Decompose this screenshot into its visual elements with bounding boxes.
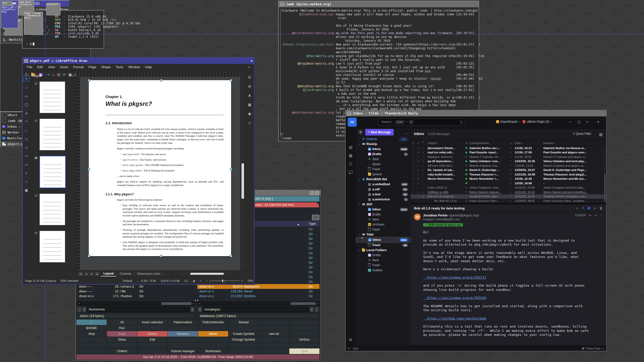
mail-space-icon[interactable]: ✉ xyxy=(348,118,357,127)
settings-gear-icon[interactable]: ⚙ xyxy=(348,338,353,343)
worker-button-empty[interactable] xyxy=(259,325,289,331)
muted-column-icon[interactable]: ◁ xyxy=(510,142,515,145)
worker-button-empty[interactable] xyxy=(198,337,228,342)
folder-row-inbox[interactable]: ✦Inbox2804 xyxy=(356,237,411,243)
worker-button-empty[interactable] xyxy=(137,343,168,348)
selection-handle[interactable] xyxy=(160,79,162,81)
pdf-page[interactable]: Chapter 1.What is pkgsrc?1.1. Introducti… xyxy=(89,80,231,256)
worker-button-empty[interactable] xyxy=(259,348,289,354)
folder-row-sent[interactable]: ✈Sent xyxy=(356,258,411,263)
message-link[interactable]: https://asciinema.org/a/763171 xyxy=(423,276,599,280)
line-tool-icon[interactable]: ∕ xyxy=(23,85,29,90)
worker-button-empty[interactable] xyxy=(76,343,107,348)
dkim-signed-badge[interactable]: ✓DKIM signed by pkgsrc.org xyxy=(423,223,463,227)
worker-button-empty[interactable] xyxy=(137,325,168,331)
iamb-titlebar[interactable]: iamb (@vins:netbsd.org) xyxy=(279,1,479,7)
rectangle-tool-icon[interactable]: ▭ xyxy=(23,94,29,99)
selection-handle[interactable] xyxy=(230,255,232,257)
shapes-icon[interactable]: ◇ xyxy=(248,121,251,125)
folder-row-inbox[interactable]: Inbox1028 xyxy=(356,147,411,152)
maximize-button[interactable] xyxy=(315,191,319,195)
calendar-icon[interactable]: ▦ xyxy=(348,153,353,158)
message-row[interactable]: ⊦☆∨Bob v0.1.0 ready for...Jonathan Perki… xyxy=(411,194,606,199)
message-row[interactable]: ⊦☆›diff from 2025-06-2...Makoto Fujiwara… xyxy=(411,163,606,168)
worker-button-reload[interactable]: Reload xyxy=(228,320,259,325)
page-thumbnail[interactable]: 14 xyxy=(33,231,76,262)
selection-handle[interactable] xyxy=(88,168,90,170)
zoom-level[interactable]: 75% xyxy=(247,279,253,282)
folder-row-sent[interactable]: ✈Sent xyxy=(356,217,411,222)
worker-button-change-symlink[interactable]: Change Symlink xyxy=(228,337,259,342)
page-thumbnail[interactable]: 13 xyxy=(33,194,76,225)
symbol-shapes-icon[interactable]: ☺ xyxy=(23,145,29,150)
message-row[interactable]: ⊦☆›ruby build instabil...Thomas Klausner… xyxy=(411,172,606,177)
attachment-column-icon[interactable]: ⊂ xyxy=(421,140,428,146)
folder-row-drafts[interactable]: Drafts xyxy=(356,212,411,217)
tab-controls[interactable]: Controls xyxy=(117,271,134,276)
restore-icon[interactable]: ▢ xyxy=(578,120,581,124)
address-book-icon[interactable]: ▥ xyxy=(348,145,353,150)
message-link[interactable]: https://github.com/jperkin/bob xyxy=(423,316,599,321)
iamb-command-line[interactable]: :rooms xyxy=(281,137,292,140)
menu-view[interactable]: View xyxy=(46,65,57,69)
quick-filter-button[interactable]: ▽ Quick Filter xyxy=(573,132,591,135)
menu-edit[interactable]: Edit xyxy=(35,65,45,69)
global-search-input[interactable]: Search... CTRL + K xyxy=(379,118,465,125)
thread-column-icon[interactable]: ⊦ xyxy=(413,142,417,145)
folder-row-inbox[interactable]: Inbox3179 xyxy=(356,207,411,212)
thread-expand-icon[interactable]: › xyxy=(421,191,428,193)
page-thumbnail[interactable]: 11 xyxy=(33,119,76,150)
folder-row-a-unitedbsd[interactable]: ▤a.unitedbsd679 xyxy=(356,182,411,187)
worker-button-empty[interactable] xyxy=(168,343,198,348)
page-thumbnail-image[interactable] xyxy=(39,231,65,262)
draw-canvas[interactable]: Chapter 1.What is pkgsrc?1.1. Introducti… xyxy=(80,77,240,270)
scrollbar-thumb[interactable] xyxy=(190,273,224,275)
folder-row-spam[interactable]: ♨Spam xyxy=(356,162,411,167)
block-arrows-icon[interactable]: ⇨ xyxy=(23,153,29,158)
page-thumbnail[interactable]: 10 xyxy=(33,81,76,113)
collapse-header-icon[interactable]: ∧ xyxy=(594,206,596,210)
left-path-input[interactable]: /home/vms xyxy=(87,307,190,312)
worker-button-empty[interactable] xyxy=(198,325,228,331)
subject-column-header[interactable]: Subject xyxy=(428,142,465,145)
history-forward-button[interactable]: > xyxy=(190,307,195,312)
worker-button-empty[interactable] xyxy=(107,343,137,348)
message-row[interactable]: ⊦☆›mp4 (or m4a) edit...Paul Goyette <pau… xyxy=(411,150,606,155)
canvas-vscrollbar[interactable] xyxy=(241,77,245,270)
vertical-ruler[interactable] xyxy=(76,77,80,270)
left-pane-hscrollbar[interactable]: ◂ ▸ xyxy=(77,302,195,305)
thread-expand-icon[interactable]: › xyxy=(421,186,428,189)
scroll-right-icon[interactable]: ▸ xyxy=(192,302,195,305)
message-row[interactable]: ⊦☆›Re: Update of wip...David H. Gutterid… xyxy=(411,168,606,172)
message-row[interactable]: ⊦☆›[developer] Tehuti...Gabriele Bulfon … xyxy=(411,146,606,150)
worker-button-empty[interactable] xyxy=(137,348,168,354)
next-page-button[interactable]: ▸ xyxy=(90,272,94,276)
stars-icon[interactable]: ☆ xyxy=(23,179,29,184)
worker-button-delete[interactable]: Delete xyxy=(137,331,168,337)
worker-button-path2otherside[interactable]: Path2otherside xyxy=(198,320,228,325)
worker-button-empty[interactable] xyxy=(289,320,319,325)
new-message-button[interactable]: + New Message xyxy=(365,129,394,135)
file-row[interactable]: drwxr-xr-x212,992/distfilesDir xyxy=(197,294,319,298)
message-list-columns[interactable]: ⊦ ☆ ⊂ Subject ↩ Correspondents ◁ Date ▾ … xyxy=(411,140,606,146)
scroll-left-icon[interactable]: ◂ xyxy=(198,302,201,305)
properties-icon[interactable]: ⚙ xyxy=(248,84,251,88)
libreoffice-titlebar[interactable]: pkgsrc.pdf □ LibreOffice Draw × xyxy=(23,58,254,64)
folder-modes-icon[interactable]: ✱ xyxy=(358,129,363,135)
worker-button-quit[interactable]: Quit xyxy=(289,348,319,354)
close-icon[interactable]: × xyxy=(251,58,253,64)
folder-row-a-sdf[interactable]: ▤a.sdf51 xyxy=(356,187,411,192)
sender-avatar[interactable]: JP xyxy=(414,214,421,220)
message-list-display-options-icon[interactable]: ▦ xyxy=(599,132,603,137)
thunderbird-titlebar[interactable]: Inbox - Tilde - Thunderbird Daily xyxy=(346,110,606,116)
worker-button--[interactable]: / xyxy=(76,320,107,325)
expander-icon[interactable]: › xyxy=(358,203,361,206)
pager-mini-window[interactable]: Inbox – Tilde – Thunderbird Daily xyxy=(24,12,43,35)
menu-file[interactable]: File xyxy=(25,65,34,69)
unread-indicator-icon[interactable] xyxy=(588,207,590,209)
close-icon[interactable]: × xyxy=(72,74,74,78)
worker-button-all[interactable]: All xyxy=(107,320,137,325)
worker-button-empty[interactable] xyxy=(228,325,259,331)
tab-dimension-lines[interactable]: Dimension Lines xyxy=(135,271,163,276)
tasks-icon[interactable]: ☑ xyxy=(348,162,353,167)
